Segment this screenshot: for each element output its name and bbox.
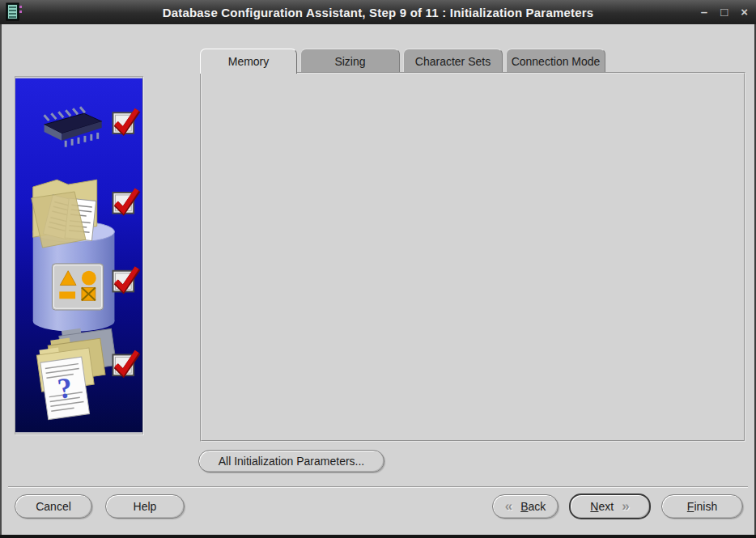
window-controls: – □ × (699, 0, 750, 24)
close-icon[interactable]: × (739, 0, 750, 24)
tab-connection-mode[interactable]: Connection Mode (506, 49, 605, 73)
cancel-button[interactable]: Cancel (15, 494, 92, 519)
memory-tab-panel (200, 72, 745, 442)
titlebar: Database Configuration Assistant, Step 9… (0, 0, 756, 24)
back-button[interactable]: « Back (492, 494, 559, 519)
minimize-icon[interactable]: – (699, 0, 709, 24)
step-check-icon (113, 189, 138, 214)
maximize-icon[interactable]: □ (719, 0, 729, 24)
all-initialization-parameters-button[interactable]: All Initialization Parameters... (198, 450, 384, 472)
next-button[interactable]: Next » (569, 494, 651, 519)
tab-character-sets[interactable]: Character Sets (403, 49, 503, 73)
window-border (0, 24, 2, 538)
next-chevron-icon: » (622, 498, 629, 515)
tab-memory[interactable]: Memory (200, 49, 297, 74)
tab-sizing[interactable]: Sizing (300, 49, 400, 73)
step-check-icon (113, 351, 138, 375)
window-title: Database Configuration Assistant, Step 9… (0, 6, 756, 19)
finish-button[interactable]: Finish (661, 494, 743, 519)
database-objects-icon (52, 264, 103, 310)
footer-separator (8, 486, 748, 488)
help-button[interactable]: Help (105, 494, 185, 519)
dbca-window: Database Configuration Assistant, Step 9… (0, 0, 756, 538)
window-border (0, 535, 756, 538)
database-documents-icon (32, 180, 97, 248)
back-chevron-icon: « (505, 498, 512, 515)
step-check-icon (113, 109, 138, 133)
step-check-icon (113, 268, 138, 292)
wizard-sidebar-artwork: ? (15, 76, 143, 434)
